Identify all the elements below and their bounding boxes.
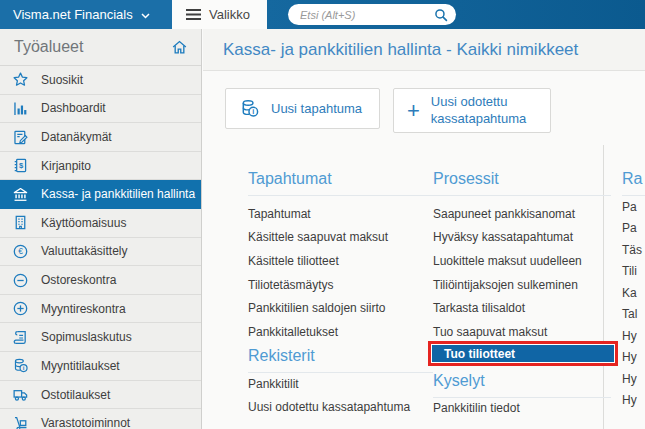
menu-link[interactable]: Luokittele maksut uudelleen — [433, 249, 582, 273]
menu-link[interactable]: Hyväksy kassatapahtumat — [433, 226, 582, 250]
section-title-tapahtumat: Tapahtumat — [248, 170, 433, 196]
menu-link[interactable]: Tili — [622, 261, 642, 283]
chevron-down-icon — [141, 13, 150, 19]
euro-circle-icon: € — [11, 242, 29, 260]
sidebar: Työalueet Suosikit Dashboardit Datanäkym… — [0, 29, 202, 429]
valikko-label: Valikko — [209, 7, 250, 22]
sidebar-item-valuuttakasittely[interactable]: € Valuuttakäsittely — [0, 238, 201, 267]
menu-link[interactable]: Saapuneet pankkisanomat — [433, 202, 582, 226]
home-icon[interactable] — [170, 38, 189, 56]
data-view-icon — [11, 128, 29, 146]
menu-link[interactable]: Pankkitilit — [248, 372, 410, 396]
minus-circle-icon — [11, 271, 29, 289]
sidebar-item-kayttoomaisuus[interactable]: Käyttöomaisuus — [0, 209, 201, 238]
svg-text:i: i — [22, 366, 24, 372]
coins-info-icon: i — [11, 357, 29, 375]
sidebar-item-label: Myyntireskontra — [41, 302, 126, 316]
svg-text:€: € — [18, 246, 23, 256]
sidebar-item-label: Valuuttakäsittely — [41, 244, 128, 258]
svg-text:i: i — [252, 107, 254, 116]
search-icon[interactable] — [434, 8, 448, 22]
menu-link[interactable]: Tiliotetäsmäytys — [248, 273, 388, 297]
sidebar-item-label: Datanäkymät — [41, 130, 112, 144]
menu-link[interactable]: Pa — [622, 218, 642, 240]
menu-link[interactable]: Hy — [622, 325, 642, 347]
sidebar-item-myyntitilaukset[interactable]: i Myyntitilaukset — [0, 352, 201, 381]
sidebar-item-label: Ostotilaukset — [41, 388, 110, 402]
sidebar-item-sopimuslaskutus[interactable]: Sopimuslaskutus — [0, 323, 201, 352]
menu-link[interactable]: Hy — [622, 368, 642, 390]
section-title-clipped: Ra — [622, 170, 645, 196]
section-title-kyselyt: Kyselyt — [433, 372, 611, 398]
menu-link[interactable]: Ka — [622, 282, 642, 304]
app-menu-button[interactable]: Visma.net Financials — [0, 0, 172, 29]
sidebar-item-myyntireskontra[interactable]: Myyntireskontra — [0, 295, 201, 324]
new-expected-label-line1: Uusi odotettu — [431, 94, 508, 109]
sidebar-item-kassa-ja-pankkitilien-hallinta[interactable]: Kassa- ja pankkitilien hallinta — [0, 180, 201, 209]
sidebar-item-label: Suosikit — [41, 73, 83, 87]
menu-link[interactable]: Käsittele saapuvat maksut — [248, 226, 388, 250]
new-transaction-button[interactable]: i Uusi tapahtuma — [225, 88, 380, 129]
annotation-highlight-box: Tuo tiliotteet — [428, 341, 618, 366]
search-input[interactable] — [300, 9, 434, 21]
menu-link[interactable]: Pankkitilin tiedot — [433, 396, 520, 420]
sidebar-item-dashboardit[interactable]: Dashboardit — [0, 95, 201, 124]
coins-info-icon: i — [239, 98, 260, 119]
sidebar-item-ostotilaukset[interactable]: Ostotilaukset — [0, 381, 201, 410]
menu-link-tuo-tiliotteet[interactable]: Tuo tiliotteet — [432, 345, 614, 362]
menu-link[interactable]: Täs — [622, 239, 642, 261]
valikko-menu-button[interactable]: Valikko — [172, 0, 267, 29]
new-expected-label-line2: kassatapahtuma — [431, 111, 526, 126]
menu-link[interactable]: Pankkitalletukset — [248, 320, 388, 344]
sidebar-item-label: Sopimuslaskutus — [41, 330, 132, 344]
sidebar-item-label: Varastotoiminnot — [41, 416, 130, 429]
building-icon — [11, 214, 29, 232]
truck-icon — [11, 386, 29, 404]
menu-link[interactable]: Pa — [622, 196, 642, 218]
new-transaction-label: Uusi tapahtuma — [271, 101, 362, 116]
sidebar-item-suosikit[interactable]: Suosikit — [0, 66, 201, 95]
sidebar-item-label: Kirjanpito — [41, 159, 91, 173]
section-title-prosessit: Prosessit — [433, 170, 611, 196]
sidebar-item-label: Ostoreskontra — [41, 273, 116, 287]
menu-link[interactable]: Tapahtumat — [248, 202, 388, 226]
app-title: Visma.net Financials — [13, 7, 133, 22]
section-title-rekisterit: Rekisterit — [248, 347, 433, 373]
menu-link[interactable]: Tarkasta tilisaldot — [433, 296, 582, 320]
scroll-icon — [11, 328, 29, 346]
sidebar-item-label: Dashboardit — [41, 101, 106, 115]
sidebar-header: Työalueet — [0, 29, 201, 66]
plus-icon: + — [407, 100, 420, 122]
menu-link[interactable]: Hy — [622, 390, 642, 412]
menu-link[interactable]: Tiliöintijaksojen sulkeminen — [433, 273, 582, 297]
menu-link[interactable]: Uusi odotettu kassatapahtuma — [248, 396, 410, 420]
svg-text:$: $ — [19, 161, 24, 170]
page-title: Kassa- ja pankkitilien hallinta - Kaikki… — [223, 40, 578, 60]
new-expected-cash-entry-button[interactable]: + Uusi odotettu kassatapahtuma — [393, 88, 551, 133]
sidebar-title: Työalueet — [14, 38, 83, 56]
star-icon — [11, 71, 29, 89]
hamburger-icon — [186, 9, 201, 20]
top-bar: Visma.net Financials Valikko — [0, 0, 645, 29]
bar-chart-icon — [11, 99, 29, 117]
menu-link[interactable]: Tal — [622, 304, 642, 326]
sidebar-item-label: Kassa- ja pankkitilien hallinta — [41, 187, 195, 201]
main-header: Kassa- ja pankkitilien hallinta - Kaikki… — [203, 29, 645, 71]
sidebar-item-datanakymat[interactable]: Datanäkymät — [0, 123, 201, 152]
menu-link[interactable]: Käsittele tiliotteet — [248, 249, 388, 273]
content-area: i Uusi tapahtuma + Uusi odotettu kassata… — [203, 71, 645, 429]
topbar-search-zone — [267, 0, 645, 29]
menu-link[interactable]: Pankkitilien saldojen siirto — [248, 296, 388, 320]
bank-icon — [11, 185, 29, 203]
sidebar-item-varastotoiminnot[interactable]: Varastotoiminnot — [0, 409, 201, 429]
search-box[interactable] — [288, 4, 456, 25]
dolly-icon — [11, 414, 29, 429]
sidebar-item-ostoreskontra[interactable]: Ostoreskontra — [0, 266, 201, 295]
sidebar-item-label: Käyttöomaisuus — [41, 216, 126, 230]
ledger-icon: $ — [11, 157, 29, 175]
plus-circle-icon — [11, 300, 29, 318]
sidebar-item-label: Myyntitilaukset — [41, 359, 120, 373]
sidebar-item-kirjanpito[interactable]: $ Kirjanpito — [0, 152, 201, 181]
menu-link[interactable]: Hy — [622, 347, 642, 369]
